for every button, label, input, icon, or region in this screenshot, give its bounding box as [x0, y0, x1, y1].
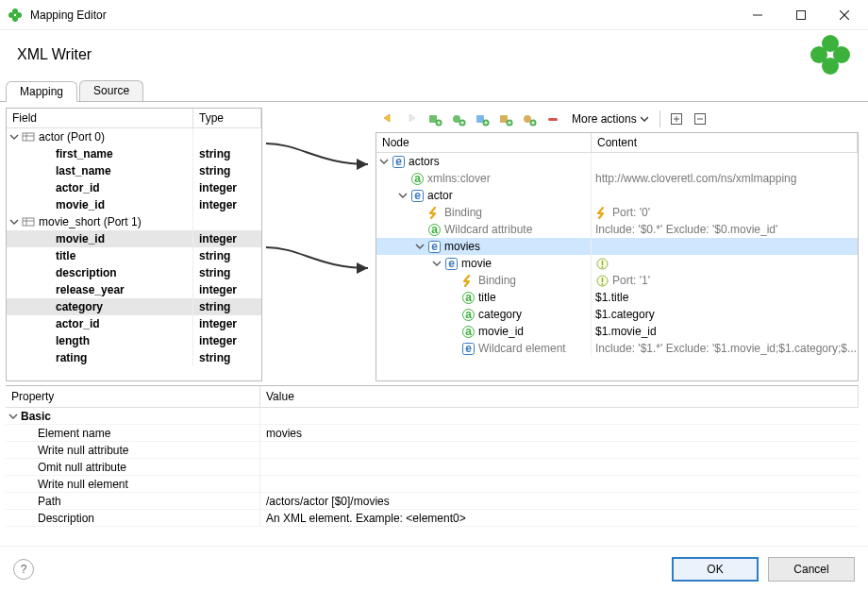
property-value: movies	[266, 427, 302, 440]
redo-button[interactable]	[401, 109, 422, 129]
expand-all-button[interactable]	[666, 109, 687, 129]
field-row[interactable]: actor_idinteger	[7, 179, 261, 196]
binding-icon	[427, 206, 441, 219]
port-row[interactable]: actor (Port 0)	[7, 128, 261, 145]
add-binding-button[interactable]	[472, 109, 492, 129]
help-button[interactable]: ?	[13, 559, 34, 580]
element-icon: e	[461, 342, 475, 355]
node-label: category	[478, 308, 522, 321]
property-key: Write null element	[38, 478, 128, 491]
node-label: movie	[461, 257, 492, 270]
property-row[interactable]: Path/actors/actor [$0]/movies	[6, 493, 859, 510]
node-row[interactable]: acategory$1.category	[376, 306, 858, 323]
properties-header: Property Value	[6, 386, 859, 408]
cancel-button[interactable]: Cancel	[768, 557, 855, 582]
port-label: actor (Port 0)	[39, 130, 105, 144]
header-property[interactable]: Property	[6, 386, 260, 407]
node-row[interactable]: emovie	[376, 255, 858, 272]
field-row[interactable]: lengthinteger	[7, 332, 261, 349]
minimize-button[interactable]	[736, 1, 779, 29]
field-row[interactable]: movie_idinteger	[7, 230, 261, 247]
node-row[interactable]: eactors	[376, 153, 858, 170]
titlebar: Mapping Editor	[0, 0, 868, 30]
property-row[interactable]: Write null attribute	[6, 442, 859, 459]
attribute-icon: a	[461, 291, 475, 304]
node-row[interactable]: eWildcard elementInclude: '$1.*' Exclude…	[376, 340, 858, 357]
svg-text:a: a	[465, 309, 472, 321]
node-row[interactable]: axmlns:cloverhttp://www.cloveretl.com/ns…	[376, 170, 858, 187]
header-type[interactable]: Type	[193, 109, 261, 127]
attribute-icon: a	[427, 223, 441, 236]
undo-button[interactable]	[377, 109, 398, 129]
field-name: rating	[56, 351, 87, 364]
svg-text:e: e	[448, 258, 455, 270]
chevron-down-icon	[8, 411, 19, 422]
node-row[interactable]: emovies	[376, 238, 858, 255]
main-area: Field Type actor (Port 0)first_namestrin…	[0, 102, 868, 381]
remove-button[interactable]	[542, 109, 563, 129]
page-title: XML Writer	[17, 46, 810, 63]
field-name: movie_id	[56, 232, 105, 245]
tab-mapping[interactable]: Mapping	[6, 81, 77, 102]
header: XML Writer	[0, 30, 868, 79]
node-label: title	[478, 291, 496, 304]
collapse-all-button[interactable]	[690, 109, 710, 129]
nodes-header: Node Content	[376, 133, 858, 153]
field-row[interactable]: actor_idinteger	[7, 315, 261, 332]
header-value[interactable]: Value	[260, 386, 859, 407]
field-row[interactable]: first_namestring	[7, 145, 261, 162]
more-actions-button[interactable]: More actions	[566, 110, 654, 127]
node-row[interactable]: eactor	[376, 187, 858, 204]
field-row[interactable]: categorystring	[7, 298, 261, 315]
tab-source[interactable]: Source	[79, 80, 143, 101]
svg-rect-5	[797, 10, 806, 19]
add-element-button[interactable]	[425, 109, 445, 129]
node-content: $1.category	[595, 308, 655, 321]
field-name: actor_id	[56, 181, 100, 194]
node-row[interactable]: atitle$1.title	[376, 289, 858, 306]
node-content: Port: '1'	[612, 274, 650, 287]
add-attribute-button[interactable]	[448, 109, 469, 129]
toolbar-separator	[659, 110, 660, 127]
node-row[interactable]: aWildcard attributeInclude: '$0.*' Exclu…	[376, 221, 858, 238]
mapping-arrows	[262, 108, 376, 381]
header-node[interactable]: Node	[376, 133, 592, 152]
field-row[interactable]: ratingstring	[7, 349, 261, 366]
property-value: An XML element. Example: <element0>	[266, 512, 466, 525]
field-row[interactable]: release_yearinteger	[7, 281, 261, 298]
property-group[interactable]: Basic	[6, 408, 859, 425]
port-row[interactable]: movie_short (Port 1)	[7, 213, 261, 230]
field-type: integer	[193, 283, 261, 296]
svg-text:e: e	[431, 241, 438, 253]
field-type: integer	[193, 334, 261, 347]
field-row[interactable]: descriptionstring	[7, 264, 261, 281]
clover-logo	[810, 34, 851, 76]
field-type: string	[193, 351, 261, 364]
svg-rect-28	[548, 118, 558, 121]
field-row[interactable]: movie_idinteger	[7, 196, 261, 213]
property-key: Write null attribute	[38, 444, 129, 457]
field-name: release_year	[56, 283, 125, 296]
svg-point-3	[8, 12, 14, 18]
add-wildcard-elem-button[interactable]	[519, 109, 540, 129]
svg-point-11	[810, 46, 827, 63]
close-button[interactable]	[823, 1, 866, 29]
field-row[interactable]: last_namestring	[7, 162, 261, 179]
header-field[interactable]: Field	[7, 109, 193, 127]
property-row[interactable]: Element namemovies	[6, 425, 859, 442]
node-row[interactable]: BindingPort: '0'	[376, 204, 858, 221]
field-name: length	[56, 334, 90, 347]
node-label: Binding	[444, 206, 482, 219]
ok-button[interactable]: OK	[672, 557, 759, 582]
svg-text:a: a	[414, 173, 421, 185]
node-row[interactable]: amovie_id$1.movie_id	[376, 323, 858, 340]
field-row[interactable]: titlestring	[7, 247, 261, 264]
header-content[interactable]: Content	[592, 133, 858, 152]
add-wildcard-attr-button[interactable]	[495, 109, 516, 129]
maximize-button[interactable]	[779, 1, 823, 29]
property-row[interactable]: DescriptionAn XML element. Example: <ele…	[6, 510, 859, 527]
node-row[interactable]: BindingPort: '1'	[376, 272, 858, 289]
property-row[interactable]: Omit null attribute	[6, 459, 859, 476]
property-row[interactable]: Write null element	[6, 476, 859, 493]
chevron-down-icon	[8, 216, 20, 228]
